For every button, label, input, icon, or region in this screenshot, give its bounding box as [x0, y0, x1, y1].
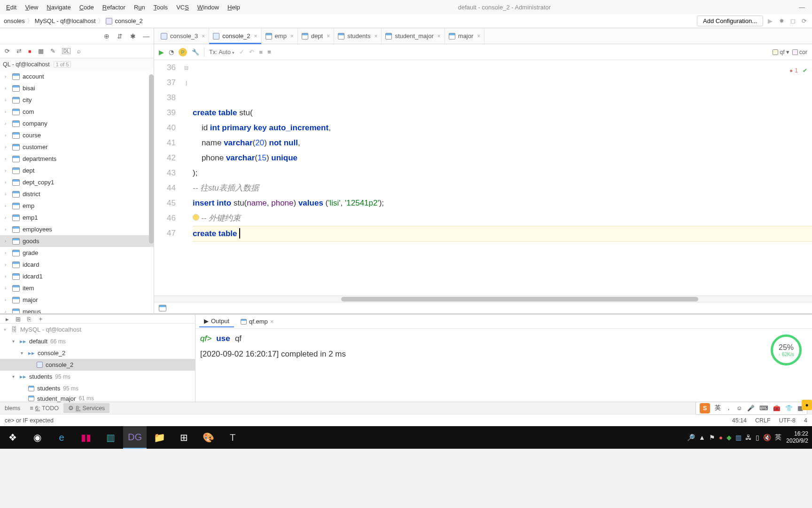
explain-plan-icon[interactable]: P [179, 48, 187, 56]
services-tree-row[interactable]: ▾▸▸console_2 [0, 347, 195, 359]
tray-network-icon[interactable]: 🖧 [745, 434, 752, 441]
editor-tab-console_3[interactable]: console_3× [157, 28, 209, 44]
breadcrumb-file[interactable]: console_2 [115, 17, 143, 24]
menu-window[interactable]: Window [194, 2, 223, 12]
tray-battery-icon[interactable]: ▯ [756, 434, 759, 441]
services-tree-row[interactable]: console_2 [0, 359, 195, 371]
chevron-right-icon[interactable]: › [5, 180, 9, 185]
rollback-icon[interactable]: ↶ [249, 48, 254, 56]
chevron-right-icon[interactable]: › [5, 250, 9, 255]
table-row[interactable]: ›course [0, 129, 154, 141]
breadcrumb-consoles[interactable]: onsoles [4, 17, 25, 24]
table-row[interactable]: ›goods [0, 235, 154, 247]
table-row[interactable]: ›item [0, 282, 154, 294]
chevron-right-icon[interactable]: › [5, 168, 9, 173]
reload-icon[interactable]: ⟳ [800, 17, 808, 25]
menu-help[interactable]: Help [224, 2, 244, 12]
editor-tab-emp[interactable]: emp× [262, 28, 298, 44]
taskbar-explorer[interactable]: 📁 [148, 426, 171, 449]
chevron-right-icon[interactable]: › [5, 144, 9, 150]
tray-record-icon[interactable]: ● [719, 434, 723, 441]
menu-vcs[interactable]: VCS [172, 2, 193, 12]
refresh-icon[interactable]: ⟳ [5, 48, 10, 55]
menu-tools[interactable]: Tools [150, 2, 172, 12]
taskbar-app-4[interactable]: ▮▮ [74, 426, 98, 449]
chevron-right-icon[interactable]: › [5, 215, 9, 220]
taskbar-paint[interactable]: 🎨 [196, 426, 220, 449]
toolwin-services[interactable]: ⚙ 8: Services [63, 403, 109, 413]
chevron-right-icon[interactable]: › [5, 227, 9, 232]
tray-up-icon[interactable]: ▲ [699, 434, 705, 441]
table-row[interactable]: ›employees [0, 223, 154, 235]
table-row[interactable]: ›emp [0, 200, 154, 212]
ime-sogou-icon[interactable]: S [700, 403, 710, 413]
schema-selector-more[interactable]: cor [792, 49, 807, 56]
chevron-right-icon[interactable]: › [5, 274, 9, 279]
target-icon[interactable]: ⊕ [103, 32, 110, 40]
svc-expand-icon[interactable]: ▸ [6, 316, 9, 323]
problems-indicator[interactable]: ●1 ✔ [789, 63, 807, 78]
tab-close-icon[interactable]: × [326, 33, 330, 40]
table-row[interactable]: ›idcard1 [0, 270, 154, 282]
breadcrumb-datasource[interactable]: MySQL - qf@localhost [35, 17, 96, 24]
chevron-right-icon[interactable]: › [5, 203, 9, 208]
settings-icon[interactable]: ✱ [129, 32, 137, 40]
tab-close-icon[interactable]: × [476, 33, 480, 40]
tray-shield-icon[interactable]: ◆ [726, 434, 732, 441]
table-row[interactable]: ›bisai [0, 82, 154, 94]
notification-badge[interactable]: ● [802, 400, 812, 410]
services-tab-qfemp[interactable]: qf.emp × [236, 316, 278, 327]
minimize-panel-icon[interactable]: — [142, 32, 150, 40]
services-tree-row[interactable]: ▾▸▸students 95 ms [0, 371, 195, 382]
chevron-right-icon[interactable]: › [5, 286, 9, 291]
system-tray[interactable]: 🔎 ▲ ⚑ ● ◆ ▥ 🖧 ▯ 🔇 英 [687, 433, 781, 442]
table-row[interactable]: ›major [0, 294, 154, 306]
tab-close-icon[interactable]: × [289, 33, 294, 40]
chevron-right-icon[interactable]: › [5, 97, 9, 103]
fold-column[interactable]: ⊟⌋ [182, 60, 190, 295]
chevron-right-icon[interactable]: › [5, 309, 9, 313]
table-row[interactable]: ›district [0, 188, 154, 200]
taskbar-ie[interactable]: e [50, 426, 73, 449]
add-configuration-button[interactable]: Add Configuration... [697, 16, 763, 26]
table-row[interactable]: ›menus [0, 306, 154, 313]
services-tree-row[interactable]: student_major 61 ms [0, 394, 195, 403]
chevron-right-icon[interactable]: › [5, 109, 9, 114]
menu-refactor[interactable]: Refactor [99, 2, 129, 12]
tab-close-icon[interactable]: × [253, 33, 258, 40]
editor-horizontal-scrollbar[interactable] [154, 295, 812, 302]
taskbar-notepad[interactable]: T [221, 426, 244, 449]
ime-toolbox-icon[interactable]: 🧰 [773, 405, 781, 412]
chevron-right-icon[interactable]: › [5, 297, 9, 302]
table-row[interactable]: ›city [0, 94, 154, 106]
dataview-icon[interactable]: ▦ [38, 48, 44, 55]
services-tree-row[interactable]: students 95 ms [0, 382, 195, 394]
taskbar-app-1[interactable]: ❖ [1, 426, 24, 449]
table-row[interactable]: ›dept_copy1 [0, 176, 154, 188]
svc-tree-icon[interactable]: ⎘ [27, 316, 31, 323]
services-tree-row[interactable]: ▾▸▸default 66 ms [0, 335, 195, 347]
table-row[interactable]: ›com [0, 106, 154, 118]
taskbar-app-5[interactable]: ▥ [99, 426, 122, 449]
taskbar-datagrip[interactable]: DG [123, 426, 147, 449]
code-editor[interactable]: 363738394041424344454647 ⊟⌋ ●1 ✔ create … [154, 60, 812, 295]
chevron-icon[interactable]: ▾ [4, 327, 8, 332]
table-row[interactable]: ›grade [0, 247, 154, 259]
history-icon[interactable]: ◔ [169, 48, 174, 56]
editor-tab-student_major[interactable]: student_major× [382, 28, 445, 44]
chevron-right-icon[interactable]: › [5, 133, 9, 138]
performance-badge[interactable]: 25% ↓ 62K/s [771, 334, 802, 365]
menu-view[interactable]: View [21, 2, 42, 12]
ime-lang[interactable]: 英 [715, 404, 721, 412]
intention-bulb-icon[interactable] [193, 214, 199, 221]
filter-icon[interactable]: ⌕ [77, 48, 81, 55]
chevron-icon[interactable]: ▾ [12, 374, 17, 379]
datasource-header[interactable]: QL - qf@localhost 1 of 5 [0, 58, 154, 71]
ddl-icon[interactable]: DL [62, 48, 71, 54]
status-caret-pos[interactable]: 45:14 [732, 417, 747, 424]
tray-flag-icon[interactable]: ⚑ [709, 434, 715, 441]
ime-punct[interactable]: ， [726, 404, 732, 412]
taskbar-clock[interactable]: 16:22 2020/9/2 [786, 430, 808, 444]
editor-tab-dept[interactable]: dept× [298, 28, 334, 44]
debug-icon[interactable]: ✸ [777, 17, 786, 25]
